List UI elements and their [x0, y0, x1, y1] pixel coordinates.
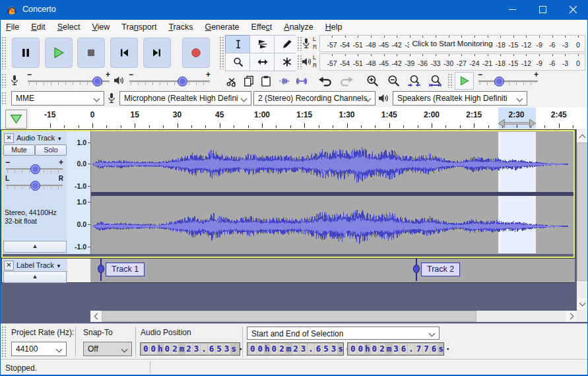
zoom-in-button[interactable]: [363, 72, 382, 90]
recording-channels-dropdown[interactable]: 2 (Stereo) Recording Channels: [253, 91, 376, 106]
pan-slider[interactable]: L R: [6, 179, 63, 191]
undo-button[interactable]: [314, 72, 336, 90]
audio-host-dropdown[interactable]: MME: [11, 91, 104, 106]
recording-meter-scale[interactable]: -57-54-51-48-45-42-39-36-33-30-27-24-21-…: [319, 35, 585, 52]
field-dropdown-arrow[interactable]: ▾: [446, 346, 449, 352]
menu-item-transport[interactable]: Transport: [115, 20, 162, 34]
slider-thumb[interactable]: [92, 77, 102, 86]
selection-mode-dropdown[interactable]: Start and End of Selection: [247, 327, 440, 340]
fit-project-button[interactable]: [424, 72, 445, 90]
pause-button[interactable]: [12, 38, 40, 68]
vertical-scale-ruler[interactable]: 1.00.0-1.01.00.0-1.0: [67, 131, 91, 254]
label-marker[interactable]: [100, 259, 102, 281]
horizontal-scrollbar[interactable]: [90, 311, 577, 322]
toolbar-grip[interactable]: [297, 36, 302, 51]
vertical-scroll-thumb[interactable]: [577, 142, 588, 281]
scroll-up-button[interactable]: [577, 131, 588, 142]
chevron-down-icon: [429, 330, 436, 337]
play-button[interactable]: [45, 38, 73, 68]
label-box[interactable]: Track 1: [106, 263, 145, 276]
play-at-speed-toolbar: −+: [446, 71, 588, 90]
playback-device-dropdown[interactable]: Speakers (Realtek High Definiti: [393, 91, 527, 106]
toolbar-grip[interactable]: [1, 92, 6, 106]
record-button[interactable]: [182, 38, 210, 68]
solo-button[interactable]: Solo: [35, 144, 67, 156]
close-track-button[interactable]: ✕: [4, 261, 14, 270]
vertical-scrollbar[interactable]: [577, 129, 588, 311]
selection-end-field[interactable]: 00h02m36.776s▾: [347, 342, 444, 356]
menu-item-help[interactable]: Help: [319, 20, 348, 34]
scroll-down-button[interactable]: [577, 298, 588, 309]
project-rate-dropdown[interactable]: 44100: [11, 342, 67, 356]
horizontal-scroll-thumb[interactable]: [102, 311, 476, 322]
menu-item-generate[interactable]: Generate: [199, 20, 245, 34]
zoom-in-icon: [366, 75, 379, 87]
close-track-button[interactable]: ✕: [4, 133, 14, 143]
chevron-down-icon: [121, 346, 128, 353]
playback-meter-toolbar[interactable]: L R -57-54-51-48-45-42-39-36-33-30-27-24…: [296, 53, 588, 72]
menu-item-edit[interactable]: Edit: [25, 20, 51, 34]
collapse-track-button[interactable]: ▲: [3, 271, 67, 283]
silence-audio-button[interactable]: [292, 72, 311, 90]
skip-to-start-button[interactable]: [110, 38, 138, 68]
toolbar-grip[interactable]: [1, 73, 6, 88]
selection-start-field[interactable]: 00h02m23.653s▾: [247, 342, 344, 356]
zoom-tool-icon: [233, 57, 244, 67]
menu-item-select[interactable]: Select: [51, 20, 86, 34]
monitoring-overlay[interactable]: Click to Start Monitoring: [408, 40, 496, 47]
play-speed-slider[interactable]: −+: [478, 75, 538, 86]
toolbar-grip[interactable]: [1, 326, 6, 358]
slider-thumb[interactable]: [178, 77, 187, 86]
zoom-tool-button[interactable]: [225, 53, 251, 71]
snap-to-dropdown[interactable]: Off: [83, 342, 132, 356]
menu-item-analyze[interactable]: Analyze: [278, 20, 319, 34]
menu-item-tracks[interactable]: Tracks: [162, 20, 199, 34]
gain-slider[interactable]: −+: [6, 162, 63, 174]
menu-item-view[interactable]: View: [86, 20, 115, 34]
collapse-track-button[interactable]: ▲: [3, 241, 67, 253]
play-at-speed-button[interactable]: [455, 72, 474, 90]
track-title-menu[interactable]: Audio Track ▼: [16, 134, 62, 142]
maximize-button[interactable]: [527, 0, 558, 20]
track-format-info: Stereo, 44100Hz: [5, 208, 57, 216]
slider-thumb[interactable]: [30, 164, 40, 174]
selection-tool-button[interactable]: [225, 35, 251, 53]
zoom-out-button[interactable]: [384, 72, 403, 90]
menu-item-effect[interactable]: Effect: [245, 20, 278, 34]
transport-toolbar: [0, 34, 218, 72]
recording-device-dropdown[interactable]: Microphone (Realtek High Defini: [119, 91, 251, 106]
minimize-button[interactable]: [497, 0, 527, 20]
paste-button[interactable]: [256, 72, 275, 90]
copy-button[interactable]: [239, 72, 258, 90]
toolbar-grip[interactable]: [447, 73, 452, 88]
trim-audio-button[interactable]: [275, 72, 294, 90]
scroll-left-button[interactable]: [90, 311, 102, 322]
tools-toolbar: [218, 34, 296, 72]
envelope-tool-button[interactable]: [249, 35, 275, 53]
recording-volume-slider[interactable]: −+: [28, 75, 110, 86]
playback-volume-slider[interactable]: −+: [129, 75, 210, 86]
audio-position-field[interactable]: 00h02m23.653s▾: [140, 342, 240, 356]
close-button[interactable]: [558, 0, 588, 20]
menu-item-file[interactable]: File: [0, 20, 25, 34]
skip-to-end-button[interactable]: [143, 38, 171, 68]
label-box[interactable]: Track 2: [421, 263, 460, 276]
timeline-ruler[interactable]: -1501530451:001:151:301:452:002:152:302:…: [30, 108, 588, 129]
label-track-title-menu[interactable]: Label Track ▼: [16, 261, 61, 269]
fit-selection-button[interactable]: [403, 72, 424, 90]
redo-button[interactable]: [336, 72, 356, 90]
mute-button[interactable]: Mute: [3, 144, 35, 156]
recording-meter-toolbar[interactable]: L R -57-54-51-48-45-42-39-36-33-30-27-24…: [296, 34, 588, 53]
slider-thumb[interactable]: [30, 181, 40, 191]
toolbar-grip[interactable]: [219, 36, 224, 69]
time-shift-tool-button[interactable]: [249, 53, 275, 71]
label-marker[interactable]: [416, 259, 417, 281]
slider-thumb[interactable]: [494, 77, 504, 86]
toolbar-grip[interactable]: [1, 36, 6, 69]
cut-button[interactable]: [222, 72, 241, 90]
playback-meter-scale[interactable]: -57-54-51-48-45-42-39-36-33-30-27-24-21-…: [319, 53, 585, 71]
scroll-right-button[interactable]: [566, 311, 577, 322]
stop-button[interactable]: [77, 38, 105, 68]
label-track-canvas[interactable]: Track 1Track 2: [90, 258, 575, 283]
timeline-options-button[interactable]: [5, 110, 27, 129]
